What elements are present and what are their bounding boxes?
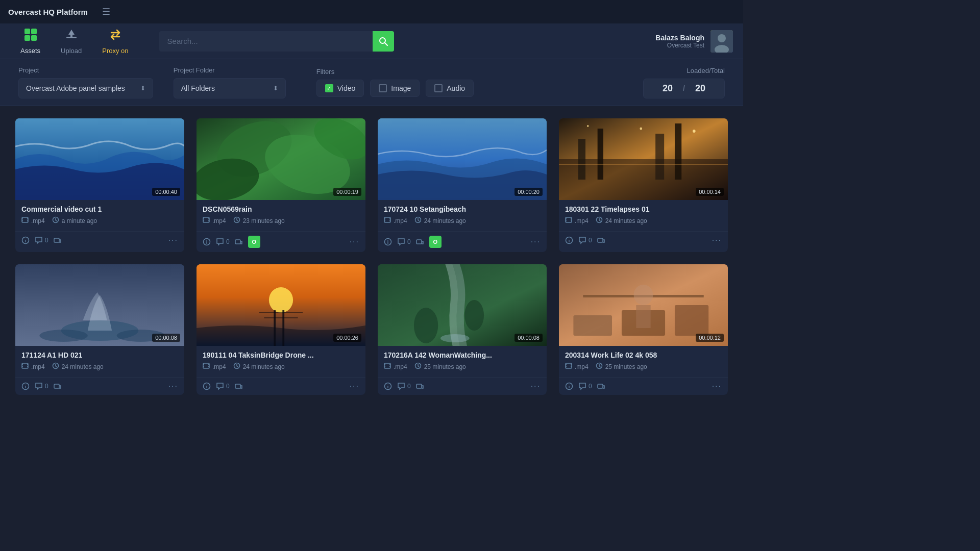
svg-line-87 (56, 366, 57, 367)
asset-timestamp: 24 minutes ago (62, 363, 104, 370)
video-filter[interactable]: ✓ Video (316, 80, 364, 97)
user-info: Balazs Balogh Overcast Test (655, 34, 704, 49)
comment-icon[interactable]: 0 (35, 236, 48, 244)
svg-rect-117 (389, 364, 390, 365)
svg-rect-1 (31, 29, 37, 34)
svg-rect-80 (22, 363, 28, 368)
svg-rect-116 (384, 366, 385, 367)
svg-rect-39 (235, 240, 240, 244)
asset-card[interactable]: 00:00:14 180301 22 Timelapses 01 .m (559, 118, 728, 252)
asset-info: 200314 Work Life 02 4k 058 .mp4 (559, 346, 728, 374)
asset-time-item: 24 minutes ago (414, 216, 466, 225)
asset-thumbnail: 00:00:08 (15, 264, 184, 346)
asset-meta: .mp4 25 minutes ago (384, 362, 541, 371)
search-input[interactable] (159, 31, 373, 52)
asset-card[interactable]: 00:00:40 Commercial video cut 1 .mp (15, 118, 184, 252)
send-icon[interactable] (597, 236, 605, 244)
svg-rect-32 (208, 218, 209, 219)
asset-actions: i 0 ··· (559, 231, 728, 249)
asset-name: 171124 A1 HD 021 (21, 351, 178, 359)
audio-filter[interactable]: Audio (426, 80, 474, 97)
asset-card[interactable]: 00:00:08 171124 A1 HD 021 .mp4 (15, 264, 184, 395)
folder-chevron-icon: ⬍ (273, 85, 278, 92)
folder-label: Project Folder (174, 66, 286, 74)
send-icon[interactable] (54, 382, 62, 390)
project-group: Project Overcast Adobe panel samples ⬍ (18, 66, 153, 98)
asset-name: 170724 10 Setangibeach (384, 205, 541, 213)
clock-icon (233, 362, 240, 371)
asset-actions: i 0 ··· (15, 231, 184, 249)
info-icon[interactable]: i (384, 238, 392, 246)
nav-upload[interactable]: Upload (51, 23, 92, 59)
comment-count: 0 (45, 237, 48, 244)
more-options-button[interactable]: ··· (712, 236, 722, 245)
asset-info: Commercial video cut 1 .mp4 (15, 200, 184, 228)
comment-icon[interactable]: 0 (216, 382, 230, 390)
nav-proxy[interactable]: Proxy on (92, 23, 138, 59)
info-icon[interactable]: i (565, 236, 573, 244)
more-options-button[interactable]: ··· (168, 236, 178, 245)
asset-card[interactable]: 00:00:19 DSCN0569rain .mp4 (197, 118, 365, 252)
send-icon[interactable] (416, 382, 424, 390)
nav-assets[interactable]: Assets (10, 23, 51, 59)
svg-rect-65 (566, 218, 567, 219)
folder-value: All Folders (181, 84, 215, 92)
svg-rect-114 (384, 363, 390, 368)
svg-rect-84 (27, 366, 28, 367)
comment-icon[interactable]: 0 (578, 382, 592, 390)
search-button[interactable] (373, 31, 394, 52)
image-filter[interactable]: Image (370, 80, 420, 97)
info-icon[interactable]: i (565, 382, 573, 390)
hamburger-icon[interactable]: ☰ (102, 6, 110, 17)
assets-icon (23, 28, 38, 45)
svg-rect-29 (203, 217, 209, 222)
send-icon[interactable] (235, 382, 243, 390)
asset-info: 171124 A1 HD 021 .mp4 (15, 346, 184, 374)
image-checkbox[interactable] (379, 84, 387, 92)
info-icon[interactable]: i (21, 382, 30, 390)
asset-thumbnail: 00:00:40 (15, 118, 184, 200)
send-icon[interactable] (416, 238, 424, 246)
svg-point-78 (39, 330, 88, 342)
comment-icon[interactable]: 0 (35, 382, 48, 390)
folder-select[interactable]: All Folders ⬍ (174, 78, 286, 98)
clock-icon (596, 362, 603, 371)
more-options-button[interactable]: ··· (350, 382, 359, 391)
info-icon[interactable]: i (203, 382, 211, 390)
asset-card[interactable]: 00:00:20 170724 10 Setangibeach .mp (378, 118, 547, 252)
svg-rect-4 (66, 37, 77, 38)
info-icon[interactable]: i (203, 238, 211, 246)
asset-thumbnail: 00:00:14 (559, 118, 728, 200)
svg-rect-52 (416, 240, 422, 244)
info-icon[interactable]: i (384, 382, 392, 390)
svg-rect-31 (203, 220, 204, 221)
asset-time-item: a minute ago (52, 216, 97, 225)
more-options-button[interactable]: ··· (531, 237, 541, 246)
svg-rect-102 (208, 366, 209, 367)
asset-format: .mp4 (575, 217, 589, 224)
svg-rect-0 (24, 29, 30, 34)
asset-format: .mp4 (394, 217, 407, 224)
comment-count: 0 (226, 383, 230, 390)
video-checkbox[interactable]: ✓ (325, 84, 333, 92)
asset-card[interactable]: 00:00:26 190111 04 TaksinBridge Drone ..… (197, 264, 365, 395)
comment-icon[interactable]: 0 (397, 382, 411, 390)
more-options-button[interactable]: ··· (168, 382, 178, 391)
svg-point-62 (587, 125, 589, 127)
comment-icon[interactable]: 0 (216, 238, 230, 246)
comment-icon[interactable]: 0 (397, 238, 411, 246)
comment-icon[interactable]: 0 (578, 236, 592, 244)
send-icon[interactable] (235, 238, 243, 246)
avatar[interactable] (710, 30, 733, 53)
asset-time-item: 24 minutes ago (233, 362, 285, 371)
asset-card[interactable]: 00:00:08 170216A 142 WomanWatching... (378, 264, 547, 395)
audio-checkbox[interactable] (434, 84, 443, 92)
info-icon[interactable]: i (21, 236, 30, 244)
send-icon[interactable] (54, 236, 62, 244)
asset-card[interactable]: 00:00:12 200314 Work Life 02 4k 058 (559, 264, 728, 395)
more-options-button[interactable]: ··· (531, 382, 541, 391)
send-icon[interactable] (597, 382, 605, 390)
project-select[interactable]: Overcast Adobe panel samples ⬍ (18, 78, 153, 98)
more-options-button[interactable]: ··· (350, 237, 359, 246)
more-options-button[interactable]: ··· (712, 382, 722, 391)
